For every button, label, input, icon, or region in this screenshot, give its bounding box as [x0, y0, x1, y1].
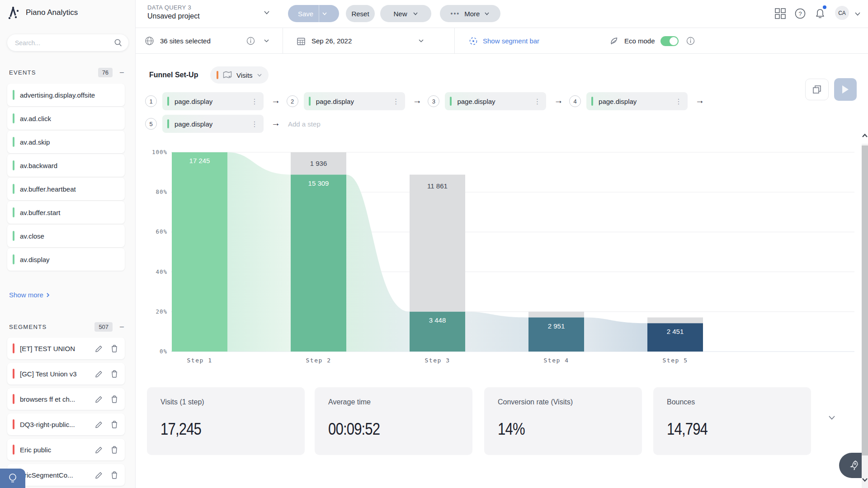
- reset-button[interactable]: Reset: [346, 5, 375, 22]
- sidebar: Piano Analytics EVENTS 76 – advertising.…: [0, 0, 136, 488]
- funnel-step-chip[interactable]: page.display⋮: [304, 92, 405, 110]
- segments-collapse-icon[interactable]: –: [120, 323, 124, 330]
- segment-label: Eric public: [20, 446, 51, 454]
- project-chevron-down-icon[interactable]: [264, 10, 270, 15]
- step-menu-kebab-icon[interactable]: ⋮: [533, 97, 546, 106]
- event-item[interactable]: av.ad.skip: [7, 131, 125, 153]
- funnel-title: Funnel Set-Up: [149, 71, 198, 79]
- search-input[interactable]: [7, 34, 128, 51]
- segment-item[interactable]: [ET] TEST UNION: [7, 338, 125, 359]
- edit-pencil-icon[interactable]: [94, 370, 103, 378]
- step-menu-kebab-icon[interactable]: ⋮: [251, 120, 264, 128]
- step-menu-kebab-icon[interactable]: ⋮: [251, 97, 264, 106]
- event-item[interactable]: av.buffer.heartbeat: [7, 178, 125, 200]
- metric-selector-pill[interactable]: Visits: [210, 66, 269, 84]
- kpi-value: 00:09:52: [328, 420, 380, 439]
- delete-trash-icon[interactable]: [110, 445, 118, 454]
- step-menu-kebab-icon[interactable]: ⋮: [392, 97, 405, 106]
- scrollbar-thumb[interactable]: [862, 145, 868, 455]
- svg-text:15 309: 15 309: [308, 179, 329, 187]
- segment-item[interactable]: Eric public: [7, 439, 125, 460]
- edit-pencil-icon[interactable]: [94, 395, 103, 404]
- search-icon: [114, 38, 123, 47]
- apps-grid-icon[interactable]: [774, 8, 786, 19]
- notifications-bell-icon[interactable]: [814, 8, 826, 19]
- event-item[interactable]: av.close: [7, 225, 125, 247]
- date-chevron-down-icon[interactable]: [418, 39, 424, 43]
- help-icon[interactable]: ?: [794, 8, 806, 19]
- date-selector[interactable]: Sep 26, 2022: [297, 28, 352, 54]
- kpi-value: 14,794: [667, 420, 708, 439]
- svg-text:1 936: 1 936: [310, 160, 327, 167]
- event-label: av.ad.click: [20, 115, 51, 122]
- event-item[interactable]: advertising.display.offsite: [7, 84, 125, 106]
- run-query-button[interactable]: [834, 78, 857, 101]
- funnel-step-chip[interactable]: page.display⋮: [586, 92, 688, 110]
- brand: Piano Analytics: [7, 5, 78, 20]
- duplicate-button[interactable]: [805, 79, 829, 100]
- edit-pencil-icon[interactable]: [94, 446, 103, 454]
- events-collapse-icon[interactable]: –: [120, 69, 124, 76]
- save-button[interactable]: Save: [288, 5, 339, 22]
- sites-info-icon[interactable]: [246, 37, 255, 45]
- event-item[interactable]: av.ad.click: [7, 107, 125, 130]
- step-menu-kebab-icon[interactable]: ⋮: [675, 97, 688, 106]
- step-arrow-icon: →: [269, 95, 282, 106]
- account-chevron-down-icon[interactable]: [854, 12, 861, 16]
- step-accent-bar: [591, 97, 593, 106]
- new-button[interactable]: New: [380, 5, 431, 22]
- lightbulb-icon: [8, 473, 18, 484]
- segment-actions: [94, 420, 125, 429]
- new-dropdown-chevron-icon: [413, 12, 418, 16]
- edit-pencil-icon[interactable]: [94, 344, 103, 353]
- segment-label: browsers ff et ch...: [20, 395, 75, 403]
- eco-info-icon[interactable]: [686, 37, 695, 45]
- edit-pencil-icon[interactable]: [94, 471, 103, 479]
- delete-trash-icon[interactable]: [110, 369, 118, 378]
- save-label: Save: [298, 10, 313, 18]
- svg-text:100%: 100%: [152, 149, 167, 155]
- user-avatar[interactable]: CA: [835, 6, 849, 20]
- segment-actions: [94, 394, 125, 404]
- show-more-link[interactable]: Show more: [9, 291, 50, 299]
- segment-actions: [94, 369, 125, 378]
- svg-text:Step 4: Step 4: [544, 357, 569, 364]
- event-item[interactable]: av.buffer.start: [7, 201, 125, 224]
- sites-chevron-down-icon[interactable]: [264, 39, 269, 43]
- segment-item[interactable]: [GC] Test Union v3: [7, 363, 125, 385]
- event-item[interactable]: av.backward: [7, 154, 125, 177]
- segment-item[interactable]: browsers ff et ch...: [7, 388, 125, 410]
- save-dropdown-chevron-icon[interactable]: [322, 12, 327, 16]
- kpi-expand-chevron-icon[interactable]: [828, 415, 835, 420]
- show-segment-bar-button[interactable]: Show segment bar: [469, 28, 539, 54]
- delete-trash-icon[interactable]: [110, 470, 118, 479]
- site-selector[interactable]: 36 sites selected: [145, 28, 211, 54]
- funnel-step-chip[interactable]: page.display⋮: [445, 92, 546, 110]
- add-step-placeholder[interactable]: Add a step: [288, 120, 321, 128]
- edit-pencil-icon[interactable]: [94, 420, 103, 429]
- step-arrow-icon: →: [693, 95, 706, 106]
- svg-text:11 861: 11 861: [427, 182, 448, 190]
- project-name: Unsaved project: [147, 12, 200, 20]
- svg-text:3 448: 3 448: [429, 316, 446, 324]
- funnel-step-chip[interactable]: page.display⋮: [162, 115, 264, 133]
- save-split-divider: [319, 5, 319, 22]
- eco-mode-toggle[interactable]: [660, 36, 679, 46]
- more-button[interactable]: ••• More: [440, 5, 500, 22]
- step-arrow-icon: →: [269, 118, 282, 128]
- step-number: 5: [145, 118, 157, 130]
- funnel-step-chip[interactable]: page.display⋮: [162, 92, 264, 110]
- new-label: New: [393, 10, 407, 18]
- scroll-up-icon[interactable]: [861, 133, 868, 138]
- delete-trash-icon[interactable]: [110, 344, 118, 353]
- scroll-down-icon[interactable]: [861, 477, 868, 483]
- event-item[interactable]: av.display: [7, 248, 125, 271]
- segment-actions: [94, 445, 125, 454]
- event-accent-bar: [13, 207, 14, 217]
- hint-lightbulb-button[interactable]: [0, 469, 25, 488]
- event-accent-bar: [13, 90, 14, 100]
- delete-trash-icon[interactable]: [110, 420, 118, 429]
- segment-item[interactable]: DQ3-right-public...: [7, 413, 125, 435]
- delete-trash-icon[interactable]: [110, 394, 118, 404]
- step-number: 2: [287, 95, 298, 107]
